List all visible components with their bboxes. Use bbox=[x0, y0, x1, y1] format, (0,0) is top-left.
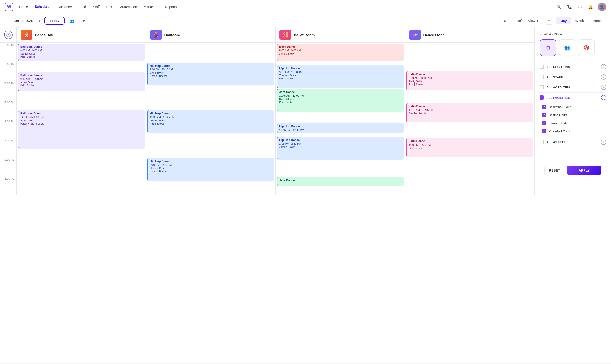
grouping-activity-button[interactable]: 🎯 bbox=[578, 39, 595, 56]
col-thumb-dance-hall: 🕺 bbox=[21, 30, 32, 39]
all-activities-add-button[interactable]: + bbox=[601, 85, 606, 90]
nav-automation[interactable]: Automation bbox=[120, 4, 137, 10]
refresh-button[interactable]: ↻ bbox=[80, 17, 88, 24]
top-nav: W Home Scheduler Customer Lead Staff POS… bbox=[0, 0, 611, 14]
filter-icon: ⚙ bbox=[504, 19, 507, 23]
event-ballroom-dance-1[interactable]: Ballroom Dance 8:00 AM - 9:00 AM Daniel … bbox=[18, 44, 145, 61]
fitness-studio-checkbox[interactable]: ✓ bbox=[542, 121, 546, 125]
all-facilities-minus-button[interactable]: − bbox=[601, 95, 606, 100]
facility-item-batting: ✓ Batting Court bbox=[540, 111, 606, 119]
filter-options-button[interactable]: ⚙ bbox=[500, 17, 510, 24]
filter-row-all-activities: ALL ACTIVITIES + bbox=[540, 82, 606, 92]
col-header-ballet-room: 🩰 Ballet Room bbox=[276, 27, 405, 42]
col-title-dance-floor: Dance Floor bbox=[423, 33, 444, 37]
nav-staff[interactable]: Staff bbox=[93, 4, 100, 10]
next-date-button[interactable]: › bbox=[38, 17, 42, 24]
all-activities-checkbox[interactable] bbox=[540, 85, 544, 90]
week-view-button[interactable]: Week bbox=[571, 17, 588, 24]
facility-item-fitness: ✓ Fitness Studio bbox=[540, 119, 606, 127]
default-view-label: Default View bbox=[517, 19, 535, 23]
all-staff-checkbox[interactable] bbox=[540, 75, 544, 79]
nav-items: Home Scheduler Customer Lead Staff POS A… bbox=[19, 4, 556, 10]
grid-slot bbox=[17, 176, 146, 195]
staff-filter-button[interactable]: 👥 bbox=[67, 17, 77, 24]
event-latin-1[interactable]: Latin Dance 9:30 AM - 10:30 AM Emily Gel… bbox=[406, 71, 534, 91]
event-hiphop-ballet-1[interactable]: Hip Hop Dance 9:15 AM - 10:30 AM Thomas … bbox=[277, 65, 404, 88]
event-jazz-2[interactable]: Jazz Dance bbox=[277, 177, 404, 186]
grid-slot bbox=[405, 157, 535, 176]
facility-grid-icon: ⊞ bbox=[546, 45, 550, 51]
view-toggle: Day Week Month bbox=[556, 17, 606, 24]
all-assets-checkbox[interactable] bbox=[540, 140, 544, 144]
event-hiphop-3[interactable]: Hip Hop Dance 2:00 PM - 3:15 PM Herbert … bbox=[147, 158, 275, 181]
notification-icon[interactable]: 🔔 bbox=[587, 4, 594, 10]
event-jazz-1[interactable]: Jazz Dance 10:45 AM - 12:00 PM Daniel Jo… bbox=[277, 89, 404, 112]
grid-col-dance-hall: Ballroom Dance 8:00 AM - 9:00 AM Daniel … bbox=[17, 43, 146, 195]
event-hiphop-ballet-3[interactable]: Hip Hop Dance 1:15 PM - 2:30 PM James Br… bbox=[277, 137, 404, 160]
event-hiphop-2[interactable]: Hip Hop Dance 11:30 AM - 12:45 PM Daniel… bbox=[147, 110, 275, 133]
facility-item-pickleball: ✓ Pickleball Court bbox=[540, 127, 606, 135]
search-icon[interactable]: 🔍 bbox=[556, 4, 562, 10]
whatsapp-icon[interactable]: 💬 bbox=[577, 4, 583, 10]
event-ballroom-dance-3[interactable]: Ballroom Dance 11:30 PM - 1:30 PM Adam B… bbox=[18, 110, 145, 149]
time-column: 8:00 AM 9:00 AM 10:00 AM 11:00 AM 12:00 … bbox=[0, 43, 17, 195]
grouping-title: ≡ GROUPING bbox=[540, 32, 606, 36]
grouping-facility-button[interactable]: ⊞ bbox=[540, 39, 556, 56]
event-latin-3[interactable]: Latin Dance 1:00 PM - 2:00 PM Derek Grey bbox=[406, 138, 534, 157]
all-positions-checkbox[interactable] bbox=[540, 65, 544, 69]
facility-item-basketball: ✓ Basketball Court bbox=[540, 103, 606, 111]
nav-customer[interactable]: Customer bbox=[57, 4, 72, 10]
avatar[interactable]: 👤 bbox=[598, 3, 606, 11]
nav-marketing[interactable]: Marketing bbox=[144, 4, 158, 10]
all-assets-label: ALL ASSETS bbox=[546, 141, 598, 144]
event-hiphop-ballet-2[interactable]: Hip Hop Dance 12:15 PM - 12:45 PM bbox=[277, 123, 404, 133]
batting-court-checkbox[interactable]: ✓ bbox=[542, 113, 546, 117]
all-assets-add-button[interactable]: + bbox=[601, 140, 606, 145]
grid-slot bbox=[405, 43, 535, 62]
filter-row-all-facilities: ✓ ALL FACILITIES − bbox=[540, 92, 606, 103]
event-hiphop-1[interactable]: Hip Hop Dance 9:00 AM - 10:15 AM Chris T… bbox=[147, 63, 275, 85]
grouping-staff-button[interactable]: 👥 bbox=[559, 39, 575, 56]
time-gutter-header: 🕐 bbox=[0, 27, 17, 42]
pickleball-court-checkbox[interactable]: ✓ bbox=[542, 129, 546, 133]
nav-scheduler[interactable]: Scheduler bbox=[35, 4, 51, 10]
time-slot-12pm: 12:00 PM bbox=[0, 119, 17, 138]
ballroom-thumb-icon: 💃 bbox=[150, 30, 162, 39]
logo[interactable]: W bbox=[5, 3, 13, 11]
all-positions-label: ALL POSITIONS bbox=[546, 65, 598, 69]
favorite-button[interactable]: ✦ bbox=[545, 17, 553, 25]
nav-lead[interactable]: Lead bbox=[79, 4, 86, 10]
col-title-dance-hall: Dance Hall bbox=[35, 33, 53, 37]
grid-columns: Ballroom Dance 8:00 AM - 9:00 AM Daniel … bbox=[17, 43, 535, 195]
time-slot-11am: 11:00 AM bbox=[0, 100, 17, 119]
apply-button[interactable]: APPLY bbox=[567, 166, 601, 175]
all-facilities-checkbox[interactable]: ✓ bbox=[540, 95, 544, 100]
prev-date-button[interactable]: ‹ bbox=[5, 17, 9, 24]
month-view-button[interactable]: Month bbox=[588, 17, 606, 24]
pickleball-court-label: Pickleball Court bbox=[549, 130, 606, 133]
all-staff-add-button[interactable]: + bbox=[601, 74, 606, 80]
nav-right: 🔍 📞 💬 🔔 👤 bbox=[556, 3, 606, 11]
basketball-court-checkbox[interactable]: ✓ bbox=[542, 105, 546, 109]
reset-button[interactable]: RESET bbox=[545, 166, 564, 175]
event-belly-dance[interactable]: Belly Dance 8:00 AM - 9:00 AM James Brow… bbox=[277, 44, 404, 61]
phone-icon[interactable]: 📞 bbox=[566, 4, 573, 10]
default-view-button[interactable]: Default View ▾ bbox=[513, 17, 542, 24]
col-thumb-ballet: 🩰 bbox=[279, 30, 292, 39]
today-button[interactable]: Today bbox=[44, 17, 65, 25]
filter-row-all-assets: ALL ASSETS + bbox=[540, 137, 606, 147]
event-ballroom-dance-2[interactable]: Ballroom Dance 9:30 AM - 10:30 AM Aiden … bbox=[18, 72, 145, 91]
nav-reports[interactable]: Reports bbox=[165, 4, 177, 10]
grid-col-dance-floor: Latin Dance 9:30 AM - 10:30 AM Emily Gel… bbox=[405, 43, 535, 195]
column-headers: 🕐 🕺 Dance Hall 💃 Ballroom 🩰 Ballet Ro bbox=[0, 27, 535, 43]
toolbar: ‹ Jan 10, 2025 › Today 👥 ↻ ⚙ Default Vie… bbox=[0, 14, 611, 27]
col-title-ballroom: Ballroom bbox=[164, 33, 180, 37]
ballet-thumb-icon: 🩰 bbox=[279, 30, 292, 39]
nav-home[interactable]: Home bbox=[19, 4, 28, 10]
all-positions-add-button[interactable]: + bbox=[601, 64, 606, 69]
day-view-button[interactable]: Day bbox=[556, 17, 571, 24]
nav-pos[interactable]: POS bbox=[106, 4, 113, 10]
date-label: Jan 10, 2025 bbox=[12, 19, 35, 23]
col-header-ballroom: 💃 Ballroom bbox=[146, 27, 276, 42]
event-latin-2[interactable]: Latin Dance 11:15 AM - 12:15 PM Stephen … bbox=[406, 103, 534, 122]
